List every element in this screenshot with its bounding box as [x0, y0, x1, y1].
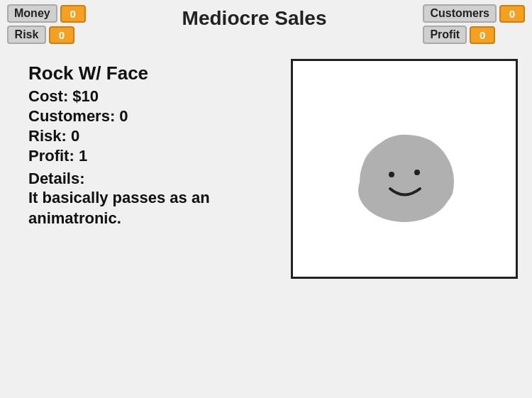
customers-label: Customers	[423, 4, 497, 23]
profit-value: 0	[470, 26, 495, 44]
profit-label: Profit	[423, 26, 467, 44]
product-info: Rock W/ Face Cost: $10 Customers: 0 Risk…	[28, 55, 270, 228]
customers-value: 0	[499, 5, 525, 23]
page-title: Mediocre Sales	[86, 7, 423, 30]
product-name: Rock W/ Face	[28, 62, 270, 84]
main-content: Rock W/ Face Cost: $10 Customers: 0 Risk…	[0, 48, 532, 286]
risk-label: Risk	[7, 26, 46, 44]
product-image	[291, 59, 518, 279]
profit-row: Profit 0	[423, 26, 525, 44]
product-profit: Profit: 1	[28, 147, 270, 165]
product-details-text: It basically passes as an animatronic.	[28, 188, 270, 228]
money-label: Money	[7, 4, 57, 23]
product-customers: Customers: 0	[28, 107, 270, 126]
product-details-label: Details:	[28, 170, 270, 188]
risk-value: 0	[49, 26, 74, 44]
right-stats: Customers 0 Profit 0	[423, 4, 525, 44]
money-row: Money 0	[7, 4, 86, 23]
risk-row: Risk 0	[7, 26, 86, 44]
header-center: Mediocre Sales	[86, 4, 423, 30]
money-value: 0	[60, 5, 86, 23]
product-risk: Risk: 0	[28, 127, 270, 145]
rock-illustration	[340, 112, 468, 226]
left-stats: Money 0 Risk 0	[7, 4, 86, 44]
svg-point-2	[389, 172, 394, 177]
customers-row: Customers 0	[423, 4, 525, 23]
product-cost: Cost: $10	[28, 87, 270, 106]
header: Money 0 Risk 0 Mediocre Sales Customers …	[0, 0, 532, 48]
svg-point-3	[414, 170, 420, 175]
